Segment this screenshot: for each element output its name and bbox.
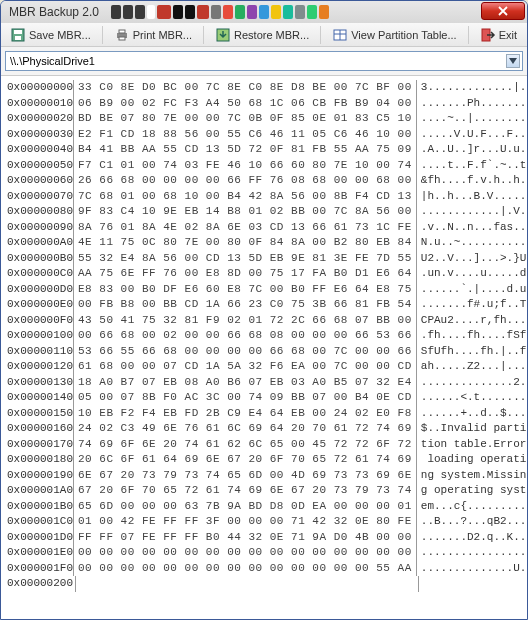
- hex-bytes: 74 69 6F 6E 20 74 61 62 6C 65 00 45 72 7…: [74, 437, 416, 453]
- hex-bytes: 43 50 41 75 32 81 F9 02 01 72 2C 66 68 0…: [74, 313, 416, 329]
- hex-address: 0x000001A0: [7, 483, 73, 499]
- blur-block: [123, 5, 133, 19]
- hex-row: 0x000000F043 50 41 75 32 81 F9 02 01 72 …: [7, 313, 521, 329]
- hex-row: 0x0000013018 A0 B7 07 EB 08 A0 B6 07 EB …: [7, 375, 521, 391]
- hex-bytes: BD BE 07 80 7E 00 00 7C 0B 0F 85 0E 01 8…: [74, 111, 416, 127]
- hex-row: 0x0000000033 C0 8E D0 BC 00 7C 8E C0 8E …: [7, 80, 521, 96]
- hex-row: 0x0000012061 68 00 00 07 CD 1A 5A 32 F6 …: [7, 359, 521, 375]
- hex-address: 0x00000160: [7, 421, 73, 437]
- hex-address: 0x00000020: [7, 111, 73, 127]
- hex-row: 0x000001B065 6D 00 00 00 63 7B 9A BD D8 …: [7, 499, 521, 515]
- hex-bytes: 26 66 68 00 00 00 00 66 FF 76 08 68 00 0…: [74, 173, 416, 189]
- hex-address: 0x000000C0: [7, 266, 73, 282]
- hex-ascii: .v..N..n...fas..: [417, 220, 527, 236]
- hex-bytes: B4 41 BB AA 55 CD 13 5D 72 0F 81 FB 55 A…: [74, 142, 416, 158]
- hex-address: 0x000001D0: [7, 530, 73, 546]
- hex-bytes: 00 FB B8 00 BB CD 1A 66 23 C0 75 3B 66 8…: [74, 297, 416, 313]
- chevron-down-icon: [506, 54, 520, 68]
- hex-bytes: 55 32 E4 8A 56 00 CD 13 5D EB 9E 81 3E F…: [74, 251, 416, 267]
- hex-address: 0x00000130: [7, 375, 73, 391]
- hex-ascii: CPAu2....r,fh...: [417, 313, 527, 329]
- hex-address: 0x000000A0: [7, 235, 73, 251]
- hex-ascii: U2..V...]...>.}U: [417, 251, 527, 267]
- hex-row: 0x0000014005 00 07 8B F0 AC 3C 00 74 09 …: [7, 390, 521, 406]
- blur-block: [259, 5, 269, 19]
- hex-bytes: 01 00 42 FE FF FF 3F 00 00 00 71 42 32 0…: [74, 514, 416, 530]
- hex-bytes: 6E 67 20 73 79 73 74 65 6D 00 4D 69 73 7…: [74, 468, 416, 484]
- hex-bytes: 10 EB F2 F4 EB FD 2B C9 E4 64 EB 00 24 0…: [74, 406, 416, 422]
- hex-row: 0x000000908A 76 01 8A 4E 02 8A 6E 03 CD …: [7, 220, 521, 236]
- hex-address: 0x000000B0: [7, 251, 73, 267]
- hex-ascii: ng system.Missin: [417, 468, 527, 484]
- hex-ascii: loading operati: [417, 452, 527, 468]
- close-icon: [498, 6, 508, 16]
- hex-bytes: F7 C1 01 00 74 03 FE 46 10 66 60 80 7E 1…: [74, 158, 416, 174]
- svg-rect-2: [15, 36, 21, 40]
- hex-bytes: E2 F1 CD 18 88 56 00 55 C6 46 11 05 C6 4…: [74, 127, 416, 143]
- hex-address: 0x000000D0: [7, 282, 73, 298]
- hex-address: 0x000001C0: [7, 514, 73, 530]
- hex-bytes: 00 66 68 00 02 00 00 66 68 08 00 00 00 6…: [74, 328, 416, 344]
- blur-block: [319, 5, 329, 19]
- view-partition-button[interactable]: View Partition Table...: [325, 24, 463, 46]
- hex-ascii: SfUfh....fh.|..f: [417, 344, 527, 360]
- toolbar-separator: [468, 26, 469, 44]
- hex-row: 0x0000018020 6C 6F 61 64 69 6E 67 20 6F …: [7, 452, 521, 468]
- exit-icon: [480, 27, 496, 43]
- hex-address: 0x00000100: [7, 328, 73, 344]
- hex-bytes: 00 00 00 00 00 00 00 00 00 00 00 00 00 0…: [74, 561, 416, 577]
- hex-row: 0x000001906E 67 20 73 79 73 74 65 6D 00 …: [7, 468, 521, 484]
- hex-bytes: 61 68 00 00 07 CD 1A 5A 32 F6 EA 00 7C 0…: [74, 359, 416, 375]
- blur-block: [157, 5, 171, 19]
- svg-rect-5: [119, 37, 125, 40]
- title-bar[interactable]: MBR Backup 2.0: [1, 1, 527, 23]
- hex-ascii: tion table.Error: [417, 437, 527, 453]
- hex-viewer[interactable]: 0x0000000033 C0 8E D0 BC 00 7C 8E C0 8E …: [1, 76, 527, 619]
- hex-ascii: .......f#.u;f..T: [417, 297, 527, 313]
- hex-row: 0x000001A067 20 6F 70 65 72 61 74 69 6E …: [7, 483, 521, 499]
- hex-ascii: ......+..d..$...: [417, 406, 527, 422]
- hex-address: 0x00000030: [7, 127, 73, 143]
- hex-ascii: ..B...?...qB2...: [417, 514, 527, 530]
- blur-block: [235, 5, 245, 19]
- hex-address: 0x00000170: [7, 437, 73, 453]
- hex-row: 0x000000D0E8 83 00 B0 DF E6 60 E8 7C 00 …: [7, 282, 521, 298]
- hex-row: 0x000001E000 00 00 00 00 00 00 00 00 00 …: [7, 545, 521, 561]
- hex-row: 0x000000C0AA 75 6E FF 76 00 E8 8D 00 75 …: [7, 266, 521, 282]
- hex-row: 0x000000B055 32 E4 8A 56 00 CD 13 5D EB …: [7, 251, 521, 267]
- blur-block: [147, 5, 155, 19]
- restore-mbr-button[interactable]: Restore MBR...: [208, 24, 316, 46]
- close-button[interactable]: [481, 2, 525, 20]
- print-mbr-button[interactable]: Print MBR...: [107, 24, 199, 46]
- hex-address: 0x000001F0: [7, 561, 73, 577]
- hex-address: 0x00000070: [7, 189, 73, 205]
- drive-selector[interactable]: \\.\PhysicalDrive1: [5, 51, 523, 71]
- hex-bytes: 24 02 C3 49 6E 76 61 6C 69 64 20 70 61 7…: [74, 421, 416, 437]
- hex-row: 0x000001C001 00 42 FE FF FF 3F 00 00 00 …: [7, 514, 521, 530]
- blur-block: [223, 5, 233, 19]
- hex-ascii: 3.............|..: [417, 80, 527, 96]
- hex-bytes: 33 C0 8E D0 BC 00 7C 8E C0 8E D8 BE 00 7…: [74, 80, 416, 96]
- save-mbr-button[interactable]: Save MBR...: [3, 24, 98, 46]
- hex-bytes: 65 6D 00 00 00 63 7B 9A BD D8 0D EA 00 0…: [74, 499, 416, 515]
- hex-ascii: ah.....Z2...|...: [417, 359, 527, 375]
- hex-address: 0x00000080: [7, 204, 73, 220]
- hex-ascii: .A..U..]r...U.u.: [417, 142, 527, 158]
- hex-ascii: ....~..|........: [417, 111, 527, 127]
- hex-ascii: ..............2.: [417, 375, 527, 391]
- hex-bytes: 7C 68 01 00 68 10 00 B4 42 8A 56 00 8B F…: [74, 189, 416, 205]
- hex-ascii: |h..h...B.V.....: [417, 189, 527, 205]
- hex-ascii: &fh....f.v.h..h.: [417, 173, 527, 189]
- hex-row: 0x000001F000 00 00 00 00 00 00 00 00 00 …: [7, 561, 521, 577]
- hex-address: 0x00000200: [7, 576, 75, 592]
- hex-bytes: 4E 11 75 0C 80 7E 00 80 0F 84 8A 00 B2 8…: [74, 235, 416, 251]
- print-mbr-label: Print MBR...: [133, 29, 192, 41]
- window-title: MBR Backup 2.0: [5, 5, 99, 19]
- hex-ascii: .....V.U.F...F..: [417, 127, 527, 143]
- exit-button[interactable]: Exit: [473, 24, 524, 46]
- hex-bytes: 05 00 07 8B F0 AC 3C 00 74 09 BB 07 00 B…: [74, 390, 416, 406]
- drive-selector-row: \\.\PhysicalDrive1: [1, 47, 527, 76]
- hex-bytes: 18 A0 B7 07 EB 08 A0 B6 07 EB 03 A0 B5 0…: [74, 375, 416, 391]
- hex-row: 0x0000015010 EB F2 F4 EB FD 2B C9 E4 64 …: [7, 406, 521, 422]
- hex-address: 0x00000010: [7, 96, 73, 112]
